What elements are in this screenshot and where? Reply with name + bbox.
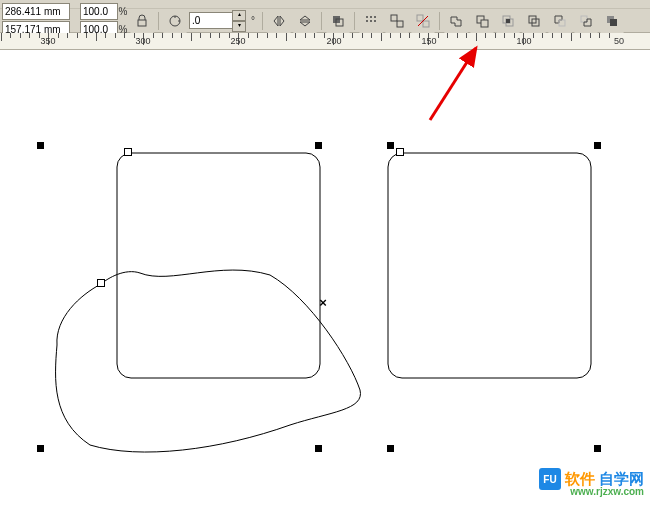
degree-label: ° bbox=[248, 15, 258, 26]
trim-button[interactable] bbox=[470, 9, 494, 33]
ruler-label: 100 bbox=[516, 36, 531, 46]
percent-label: % bbox=[118, 6, 128, 17]
lock-icon bbox=[134, 13, 150, 29]
svg-point-9 bbox=[374, 20, 376, 22]
separator bbox=[262, 12, 263, 30]
shape-node[interactable] bbox=[396, 148, 404, 156]
weld-icon bbox=[448, 13, 464, 29]
shape-node[interactable] bbox=[124, 148, 132, 156]
scale-x-input[interactable] bbox=[80, 3, 118, 20]
svg-rect-25 bbox=[117, 153, 320, 378]
svg-rect-10 bbox=[391, 15, 397, 21]
selection-handle[interactable] bbox=[315, 445, 322, 452]
svg-point-8 bbox=[370, 20, 372, 22]
simplify-icon bbox=[526, 13, 542, 29]
svg-point-5 bbox=[370, 16, 372, 18]
to-front-button[interactable] bbox=[326, 9, 350, 33]
front-minus-back-icon bbox=[552, 13, 568, 29]
create-boundary-button[interactable] bbox=[600, 9, 624, 33]
align-icon bbox=[363, 13, 379, 29]
intersect-icon bbox=[500, 13, 516, 29]
property-bar: % % ▴ ▾ ° bbox=[0, 0, 650, 33]
rotation-spin-up[interactable]: ▴ bbox=[232, 10, 246, 21]
mirror-vertical-button[interactable] bbox=[293, 9, 317, 33]
rotation-group: ▴ ▾ bbox=[189, 10, 246, 32]
property-bar-row: % % ▴ ▾ ° bbox=[0, 9, 650, 32]
watermark-url: www.rjzxw.com bbox=[570, 486, 644, 497]
svg-point-7 bbox=[366, 20, 368, 22]
svg-rect-24 bbox=[610, 19, 617, 26]
svg-point-4 bbox=[366, 16, 368, 18]
ruler-label: 350 bbox=[40, 36, 55, 46]
apply-icon bbox=[167, 13, 183, 29]
ruler-label: 300 bbox=[135, 36, 150, 46]
rotation-input[interactable] bbox=[189, 12, 233, 29]
svg-line-27 bbox=[430, 48, 476, 120]
trim-icon bbox=[474, 13, 490, 29]
svg-rect-22 bbox=[581, 16, 587, 22]
horizontal-ruler[interactable]: // ticks drawn later after data load 350… bbox=[0, 33, 650, 50]
simplify-button[interactable] bbox=[522, 9, 546, 33]
front-minus-back-button[interactable] bbox=[548, 9, 572, 33]
pos-x-input[interactable] bbox=[2, 3, 70, 20]
group-button[interactable] bbox=[385, 9, 409, 33]
selection-handle[interactable] bbox=[594, 445, 601, 452]
shape-node[interactable] bbox=[97, 279, 105, 287]
ungroup-icon bbox=[415, 13, 431, 29]
ungroup-button[interactable] bbox=[411, 9, 435, 33]
selection-handle[interactable] bbox=[387, 142, 394, 149]
separator bbox=[439, 12, 440, 30]
svg-rect-15 bbox=[481, 20, 488, 27]
selection-handle[interactable] bbox=[387, 445, 394, 452]
watermark-badge: FU bbox=[539, 468, 561, 490]
svg-rect-18 bbox=[506, 19, 510, 23]
svg-rect-11 bbox=[397, 21, 403, 27]
back-minus-front-button[interactable] bbox=[574, 9, 598, 33]
separator bbox=[321, 12, 322, 30]
annotation-arrow bbox=[420, 40, 500, 130]
drawing-canvas[interactable]: FU 软件 自学网 www.rjzxw.com × bbox=[0, 50, 650, 498]
svg-rect-26 bbox=[388, 153, 591, 378]
svg-point-6 bbox=[374, 16, 376, 18]
ruler-label: 200 bbox=[326, 36, 341, 46]
selection-handle[interactable] bbox=[315, 142, 322, 149]
svg-rect-21 bbox=[559, 20, 565, 26]
mirror-vertical-icon bbox=[297, 13, 313, 29]
intersect-button[interactable] bbox=[496, 9, 520, 33]
selection-handle[interactable] bbox=[37, 445, 44, 452]
canvas-objects bbox=[0, 50, 650, 498]
boundary-icon bbox=[604, 13, 620, 29]
mirror-horizontal-button[interactable] bbox=[267, 9, 291, 33]
svg-rect-0 bbox=[138, 20, 146, 26]
separator bbox=[354, 12, 355, 30]
selection-center[interactable]: × bbox=[319, 295, 327, 310]
align-button[interactable] bbox=[359, 9, 383, 33]
to-front-icon bbox=[330, 13, 346, 29]
apply-button[interactable] bbox=[163, 9, 187, 33]
rotation-spin-down[interactable]: ▾ bbox=[232, 21, 246, 32]
back-minus-front-icon bbox=[578, 13, 594, 29]
selection-handle[interactable] bbox=[37, 142, 44, 149]
svg-rect-13 bbox=[423, 21, 429, 27]
ruler-label: 250 bbox=[230, 36, 245, 46]
weld-button[interactable] bbox=[444, 9, 468, 33]
selection-handle[interactable] bbox=[594, 142, 601, 149]
mirror-horizontal-icon bbox=[271, 13, 287, 29]
svg-rect-12 bbox=[417, 15, 423, 21]
separator bbox=[158, 12, 159, 30]
group-icon bbox=[389, 13, 405, 29]
ruler-label: 50 bbox=[614, 36, 624, 46]
lock-ratio-button[interactable] bbox=[130, 9, 154, 33]
